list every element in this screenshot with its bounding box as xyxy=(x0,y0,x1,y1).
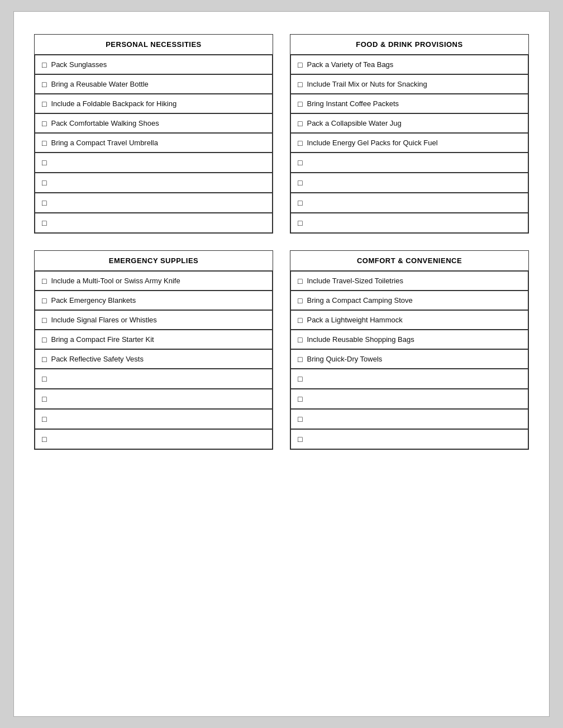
checkbox-icon[interactable]: □ xyxy=(298,297,302,304)
checkbox-icon[interactable]: □ xyxy=(42,61,46,69)
table-comfort-convenience: COMFORT & CONVENIENCE□Include Travel-Siz… xyxy=(290,250,529,450)
section-title-personal-necessities: PERSONAL NECESSITIES xyxy=(35,35,273,55)
section-title-food-drink: FOOD & DRINK PROVISIONS xyxy=(290,35,529,55)
table-row: □Bring a Compact Fire Starter Kit xyxy=(35,330,273,349)
table-row: □Bring Quick-Dry Towels xyxy=(290,349,529,369)
empty-row: □ xyxy=(290,213,529,234)
item-label: Include Travel-Sized Toiletries xyxy=(307,277,403,285)
empty-row: □ xyxy=(35,153,273,173)
item-label: Bring a Reusable Water Bottle xyxy=(51,80,148,88)
table-row: □Include Energy Gel Packs for Quick Fuel xyxy=(290,133,529,153)
checkbox-icon[interactable]: □ xyxy=(42,120,46,127)
table-row: □Include a Multi-Tool or Swiss Army Knif… xyxy=(35,271,273,291)
bottom-grid: EMERGENCY SUPPLIES□Include a Multi-Tool … xyxy=(34,250,529,450)
checkbox-icon[interactable]: □ xyxy=(298,435,302,443)
empty-row: □ xyxy=(290,369,529,389)
checkbox-icon[interactable]: □ xyxy=(42,219,46,227)
checkbox-icon[interactable]: □ xyxy=(298,159,302,166)
item-label: Pack Comfortable Walking Shoes xyxy=(51,119,159,127)
table-row: □Include Reusable Shopping Bags xyxy=(290,330,529,349)
item-label: Include a Foldable Backpack for Hiking xyxy=(51,99,176,108)
item-label: Bring a Compact Camping Stove xyxy=(307,296,412,304)
checkbox-icon[interactable]: □ xyxy=(42,395,46,403)
item-label: Pack a Lightweight Hammock xyxy=(307,316,402,324)
table-row: □Bring a Compact Travel Umbrella xyxy=(35,133,273,153)
section-title-comfort-convenience: COMFORT & CONVENIENCE xyxy=(290,251,529,271)
empty-row: □ xyxy=(35,193,273,213)
empty-row: □ xyxy=(290,173,529,193)
table-row: □Pack a Collapsible Water Jug xyxy=(290,113,529,133)
table-personal-necessities: PERSONAL NECESSITIES□Pack Sunglasses□Bri… xyxy=(34,34,273,234)
empty-row: □ xyxy=(290,409,529,429)
table-row: □Pack Sunglasses xyxy=(35,55,273,75)
checkbox-icon[interactable]: □ xyxy=(298,316,302,324)
checkbox-icon[interactable]: □ xyxy=(298,219,302,227)
item-label: Pack a Variety of Tea Bags xyxy=(307,60,393,69)
checkbox-icon[interactable]: □ xyxy=(298,61,302,69)
page: PERSONAL NECESSITIES□Pack Sunglasses□Bri… xyxy=(13,11,550,717)
item-label: Include Energy Gel Packs for Quick Fuel xyxy=(307,139,437,147)
checkbox-icon[interactable]: □ xyxy=(298,375,302,383)
checkbox-icon[interactable]: □ xyxy=(42,139,46,147)
checkbox-icon[interactable]: □ xyxy=(42,336,46,344)
checkbox-icon[interactable]: □ xyxy=(298,415,302,423)
item-label: Pack Sunglasses xyxy=(51,60,107,69)
table-row: □Pack Emergency Blankets xyxy=(35,291,273,310)
checkbox-icon[interactable]: □ xyxy=(298,355,302,363)
checkbox-icon[interactable]: □ xyxy=(298,100,302,108)
checkbox-icon[interactable]: □ xyxy=(298,120,302,127)
empty-row: □ xyxy=(35,389,273,409)
item-label: Bring a Compact Travel Umbrella xyxy=(51,139,158,147)
checkbox-icon[interactable]: □ xyxy=(42,355,46,363)
empty-row: □ xyxy=(35,369,273,389)
checkbox-icon[interactable]: □ xyxy=(298,139,302,147)
table-row: □Bring a Compact Camping Stove xyxy=(290,291,529,310)
checkbox-icon[interactable]: □ xyxy=(298,277,302,285)
empty-row: □ xyxy=(35,213,273,234)
table-row: □Include Trail Mix or Nuts for Snacking xyxy=(290,74,529,94)
item-label: Include Trail Mix or Nuts for Snacking xyxy=(307,80,427,88)
checkbox-icon[interactable]: □ xyxy=(42,199,46,207)
checkbox-icon[interactable]: □ xyxy=(298,199,302,207)
item-label: Pack Reflective Safety Vests xyxy=(51,355,143,363)
item-label: Include a Multi-Tool or Swiss Army Knife xyxy=(51,277,180,285)
empty-row: □ xyxy=(290,193,529,213)
table-row: □Pack Comfortable Walking Shoes xyxy=(35,113,273,133)
table-row: □Bring Instant Coffee Packets xyxy=(290,94,529,113)
checkbox-icon[interactable]: □ xyxy=(42,297,46,304)
table-food-drink: FOOD & DRINK PROVISIONS□Pack a Variety o… xyxy=(290,34,529,234)
checkbox-icon[interactable]: □ xyxy=(42,179,46,187)
item-label: Pack Emergency Blankets xyxy=(51,296,136,304)
empty-row: □ xyxy=(35,429,273,450)
table-row: □Include Travel-Sized Toiletries xyxy=(290,271,529,291)
empty-row: □ xyxy=(35,173,273,193)
empty-row: □ xyxy=(290,153,529,173)
checkbox-icon[interactable]: □ xyxy=(42,415,46,423)
item-label: Bring Quick-Dry Towels xyxy=(307,355,382,363)
checkbox-icon[interactable]: □ xyxy=(42,159,46,166)
checkbox-icon[interactable]: □ xyxy=(42,100,46,108)
table-row: □Include Signal Flares or Whistles xyxy=(35,310,273,330)
checkbox-icon[interactable]: □ xyxy=(298,395,302,403)
table-emergency-supplies: EMERGENCY SUPPLIES□Include a Multi-Tool … xyxy=(34,250,273,450)
checkbox-icon[interactable]: □ xyxy=(42,277,46,285)
checkbox-icon[interactable]: □ xyxy=(298,336,302,344)
table-row: □Pack a Lightweight Hammock xyxy=(290,310,529,330)
checkbox-icon[interactable]: □ xyxy=(298,80,302,88)
table-row: □Pack a Variety of Tea Bags xyxy=(290,55,529,75)
item-label: Include Signal Flares or Whistles xyxy=(51,316,156,324)
empty-row: □ xyxy=(290,389,529,409)
table-row: □Pack Reflective Safety Vests xyxy=(35,349,273,369)
checkbox-icon[interactable]: □ xyxy=(42,80,46,88)
item-label: Pack a Collapsible Water Jug xyxy=(307,119,401,127)
item-label: Include Reusable Shopping Bags xyxy=(307,335,414,344)
table-row: □Bring a Reusable Water Bottle xyxy=(35,74,273,94)
top-grid: PERSONAL NECESSITIES□Pack Sunglasses□Bri… xyxy=(34,34,529,234)
checkbox-icon[interactable]: □ xyxy=(42,375,46,383)
item-label: Bring Instant Coffee Packets xyxy=(307,99,399,108)
section-title-emergency-supplies: EMERGENCY SUPPLIES xyxy=(35,251,273,271)
checkbox-icon[interactable]: □ xyxy=(298,179,302,187)
table-row: □Include a Foldable Backpack for Hiking xyxy=(35,94,273,113)
checkbox-icon[interactable]: □ xyxy=(42,435,46,443)
checkbox-icon[interactable]: □ xyxy=(42,316,46,324)
